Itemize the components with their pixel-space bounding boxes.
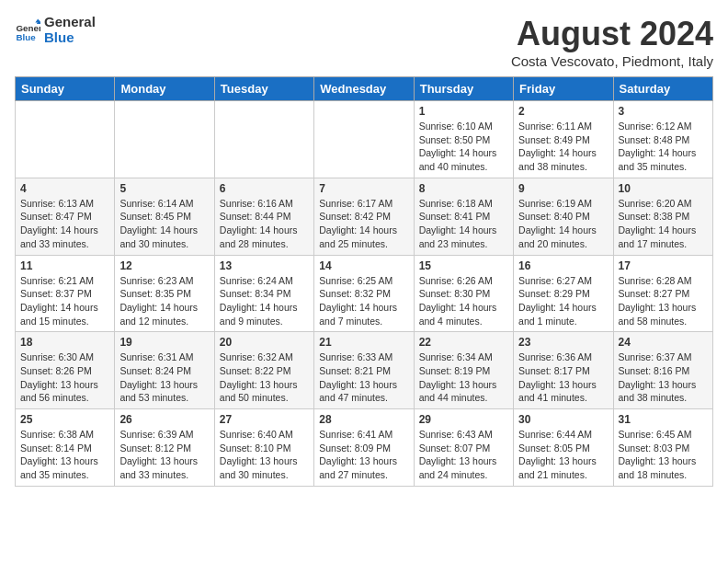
main-title: August 2024 (511, 15, 713, 53)
calendar-cell: 27Sunrise: 6:40 AM Sunset: 8:10 PM Dayli… (214, 409, 313, 487)
calendar-cell: 5Sunrise: 6:14 AM Sunset: 8:45 PM Daylig… (115, 178, 214, 255)
day-info: Sunrise: 6:33 AM Sunset: 8:21 PM Dayligh… (319, 350, 408, 405)
logo-line2: Blue (44, 30, 96, 46)
calendar-cell: 8Sunrise: 6:18 AM Sunset: 8:41 PM Daylig… (414, 178, 513, 255)
day-number: 21 (319, 336, 408, 349)
weekday-header-tuesday: Tuesday (214, 77, 313, 101)
day-number: 12 (119, 259, 209, 272)
calendar-cell: 6Sunrise: 6:16 AM Sunset: 8:44 PM Daylig… (214, 178, 313, 255)
day-info: Sunrise: 6:23 AM Sunset: 8:35 PM Dayligh… (119, 274, 209, 328)
day-number: 5 (119, 182, 209, 195)
calendar-cell: 11Sunrise: 6:21 AM Sunset: 8:37 PM Dayli… (16, 255, 115, 332)
day-number: 10 (619, 182, 708, 195)
subtitle: Costa Vescovato, Piedmont, Italy (511, 53, 713, 69)
weekday-header-saturday: Saturday (613, 77, 712, 101)
calendar-cell: 12Sunrise: 6:23 AM Sunset: 8:35 PM Dayli… (115, 255, 214, 332)
calendar-cell: 13Sunrise: 6:24 AM Sunset: 8:34 PM Dayli… (214, 255, 313, 332)
calendar-cell: 2Sunrise: 6:11 AM Sunset: 8:49 PM Daylig… (514, 101, 613, 178)
day-number: 1 (419, 105, 508, 118)
day-number: 17 (619, 259, 708, 272)
weekday-header-monday: Monday (115, 77, 214, 101)
day-info: Sunrise: 6:17 AM Sunset: 8:42 PM Dayligh… (319, 197, 408, 251)
day-number: 9 (518, 182, 608, 195)
day-info: Sunrise: 6:37 AM Sunset: 8:16 PM Dayligh… (619, 350, 708, 405)
day-number: 26 (119, 413, 209, 426)
day-info: Sunrise: 6:24 AM Sunset: 8:34 PM Dayligh… (220, 274, 309, 328)
calendar-table: SundayMondayTuesdayWednesdayThursdayFrid… (15, 76, 713, 487)
day-info: Sunrise: 6:32 AM Sunset: 8:22 PM Dayligh… (220, 350, 309, 405)
day-info: Sunrise: 6:36 AM Sunset: 8:17 PM Dayligh… (518, 350, 608, 405)
day-info: Sunrise: 6:26 AM Sunset: 8:30 PM Dayligh… (419, 274, 508, 328)
day-info: Sunrise: 6:16 AM Sunset: 8:44 PM Dayligh… (220, 197, 309, 251)
day-info: Sunrise: 6:18 AM Sunset: 8:41 PM Dayligh… (419, 197, 508, 251)
day-number: 30 (518, 413, 608, 426)
calendar-cell: 31Sunrise: 6:45 AM Sunset: 8:03 PM Dayli… (613, 409, 712, 487)
day-number: 13 (220, 259, 309, 272)
svg-text:Blue: Blue (16, 31, 36, 41)
calendar-cell: 16Sunrise: 6:27 AM Sunset: 8:29 PM Dayli… (514, 255, 613, 332)
calendar-cell: 24Sunrise: 6:37 AM Sunset: 8:16 PM Dayli… (613, 332, 712, 409)
day-number: 7 (319, 182, 408, 195)
day-info: Sunrise: 6:10 AM Sunset: 8:50 PM Dayligh… (419, 120, 508, 174)
weekday-header-row: SundayMondayTuesdayWednesdayThursdayFrid… (16, 77, 713, 101)
calendar-body: 1Sunrise: 6:10 AM Sunset: 8:50 PM Daylig… (16, 101, 713, 487)
day-number: 16 (518, 259, 608, 272)
calendar-cell (214, 101, 313, 178)
day-info: Sunrise: 6:38 AM Sunset: 8:14 PM Dayligh… (20, 428, 109, 482)
calendar-week-row: 1Sunrise: 6:10 AM Sunset: 8:50 PM Daylig… (16, 101, 713, 178)
day-number: 29 (419, 413, 508, 426)
day-info: Sunrise: 6:43 AM Sunset: 8:07 PM Dayligh… (419, 428, 508, 482)
day-number: 19 (119, 336, 209, 349)
weekday-header-sunday: Sunday (16, 77, 115, 101)
day-info: Sunrise: 6:30 AM Sunset: 8:26 PM Dayligh… (20, 350, 109, 405)
day-number: 24 (619, 336, 708, 349)
calendar-cell: 14Sunrise: 6:25 AM Sunset: 8:32 PM Dayli… (314, 255, 414, 332)
calendar-cell: 1Sunrise: 6:10 AM Sunset: 8:50 PM Daylig… (414, 101, 513, 178)
page-header: General Blue General Blue August 2024 Co… (15, 15, 713, 69)
day-info: Sunrise: 6:39 AM Sunset: 8:12 PM Dayligh… (119, 428, 209, 482)
day-info: Sunrise: 6:41 AM Sunset: 8:09 PM Dayligh… (319, 428, 408, 482)
day-number: 20 (220, 336, 309, 349)
day-number: 25 (20, 413, 109, 426)
logo: General Blue General Blue (15, 15, 96, 45)
calendar-cell: 17Sunrise: 6:28 AM Sunset: 8:27 PM Dayli… (613, 255, 712, 332)
calendar-cell: 7Sunrise: 6:17 AM Sunset: 8:42 PM Daylig… (314, 178, 414, 255)
calendar-cell: 28Sunrise: 6:41 AM Sunset: 8:09 PM Dayli… (314, 409, 414, 487)
day-number: 14 (319, 259, 408, 272)
weekday-header-thursday: Thursday (414, 77, 513, 101)
day-info: Sunrise: 6:28 AM Sunset: 8:27 PM Dayligh… (619, 274, 708, 328)
weekday-header-wednesday: Wednesday (314, 77, 414, 101)
day-info: Sunrise: 6:34 AM Sunset: 8:19 PM Dayligh… (419, 350, 508, 405)
day-info: Sunrise: 6:19 AM Sunset: 8:40 PM Dayligh… (518, 197, 608, 251)
day-info: Sunrise: 6:44 AM Sunset: 8:05 PM Dayligh… (518, 428, 608, 482)
day-info: Sunrise: 6:45 AM Sunset: 8:03 PM Dayligh… (619, 428, 708, 482)
title-block: August 2024 Costa Vescovato, Piedmont, I… (511, 15, 713, 69)
weekday-header-friday: Friday (514, 77, 613, 101)
day-number: 18 (20, 336, 109, 349)
day-info: Sunrise: 6:21 AM Sunset: 8:37 PM Dayligh… (20, 274, 109, 328)
calendar-cell: 29Sunrise: 6:43 AM Sunset: 8:07 PM Dayli… (414, 409, 513, 487)
calendar-header: SundayMondayTuesdayWednesdayThursdayFrid… (16, 77, 713, 101)
day-number: 31 (619, 413, 708, 426)
day-number: 3 (619, 105, 708, 118)
calendar-cell (115, 101, 214, 178)
day-info: Sunrise: 6:25 AM Sunset: 8:32 PM Dayligh… (319, 274, 408, 328)
calendar-cell: 9Sunrise: 6:19 AM Sunset: 8:40 PM Daylig… (514, 178, 613, 255)
calendar-cell (16, 101, 115, 178)
day-info: Sunrise: 6:11 AM Sunset: 8:49 PM Dayligh… (518, 120, 608, 174)
day-number: 15 (419, 259, 508, 272)
day-info: Sunrise: 6:14 AM Sunset: 8:45 PM Dayligh… (119, 197, 209, 251)
day-info: Sunrise: 6:20 AM Sunset: 8:38 PM Dayligh… (619, 197, 708, 251)
day-number: 2 (518, 105, 608, 118)
calendar-week-row: 18Sunrise: 6:30 AM Sunset: 8:26 PM Dayli… (16, 332, 713, 409)
day-number: 11 (20, 259, 109, 272)
calendar-cell: 20Sunrise: 6:32 AM Sunset: 8:22 PM Dayli… (214, 332, 313, 409)
day-number: 8 (419, 182, 508, 195)
day-info: Sunrise: 6:27 AM Sunset: 8:29 PM Dayligh… (518, 274, 608, 328)
calendar-cell: 30Sunrise: 6:44 AM Sunset: 8:05 PM Dayli… (514, 409, 613, 487)
day-info: Sunrise: 6:13 AM Sunset: 8:47 PM Dayligh… (20, 197, 109, 251)
calendar-cell (314, 101, 414, 178)
logo-line1: General (44, 15, 96, 30)
calendar-cell: 18Sunrise: 6:30 AM Sunset: 8:26 PM Dayli… (16, 332, 115, 409)
calendar-cell: 22Sunrise: 6:34 AM Sunset: 8:19 PM Dayli… (414, 332, 513, 409)
